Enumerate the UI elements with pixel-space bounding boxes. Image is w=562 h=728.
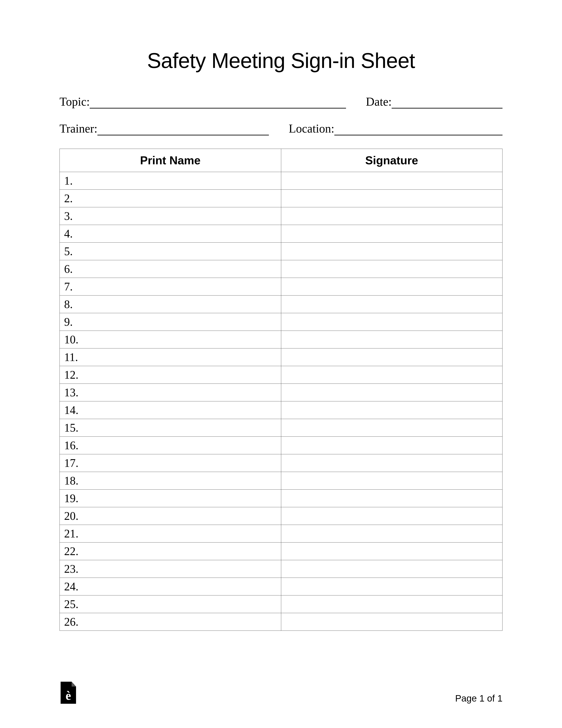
table-row: 14. bbox=[60, 401, 502, 419]
name-cell[interactable]: 25. bbox=[60, 595, 281, 613]
signature-cell[interactable] bbox=[281, 525, 502, 543]
col-header-signature: Signature bbox=[281, 149, 502, 172]
signature-cell[interactable] bbox=[281, 472, 502, 490]
name-cell[interactable]: 21. bbox=[60, 525, 281, 543]
table-row: 17. bbox=[60, 454, 502, 472]
name-cell[interactable]: 8. bbox=[60, 296, 281, 313]
name-cell[interactable]: 7. bbox=[60, 278, 281, 296]
table-row: 1. bbox=[60, 172, 502, 190]
signature-cell[interactable] bbox=[281, 278, 502, 296]
table-row: 21. bbox=[60, 525, 502, 543]
name-cell[interactable]: 17. bbox=[60, 454, 281, 472]
location-field[interactable]: Location: bbox=[289, 122, 502, 135]
page-number: Page 1 of 1 bbox=[455, 693, 502, 704]
signature-cell[interactable] bbox=[281, 437, 502, 454]
signature-cell[interactable] bbox=[281, 296, 502, 313]
table-header-row: Print Name Signature bbox=[60, 149, 502, 172]
table-row: 7. bbox=[60, 278, 502, 296]
meta-row-2: Trainer: Location: bbox=[60, 122, 502, 135]
table-row: 16. bbox=[60, 437, 502, 454]
spacer bbox=[269, 122, 289, 135]
signin-table: Print Name Signature 1.2.3.4.5.6.7.8.9.1… bbox=[60, 149, 502, 631]
topic-label: Topic: bbox=[60, 95, 90, 109]
table-row: 22. bbox=[60, 543, 502, 560]
signature-cell[interactable] bbox=[281, 190, 502, 207]
signature-cell[interactable] bbox=[281, 419, 502, 437]
signature-cell[interactable] bbox=[281, 560, 502, 578]
signature-cell[interactable] bbox=[281, 260, 502, 278]
name-cell[interactable]: 26. bbox=[60, 613, 281, 631]
signature-cell[interactable] bbox=[281, 384, 502, 401]
name-cell[interactable]: 10. bbox=[60, 331, 281, 348]
name-cell[interactable]: 16. bbox=[60, 437, 281, 454]
topic-field[interactable]: Topic: bbox=[60, 95, 346, 109]
spacer bbox=[346, 95, 366, 109]
name-cell[interactable]: 20. bbox=[60, 507, 281, 525]
name-cell[interactable]: 13. bbox=[60, 384, 281, 401]
table-row: 5. bbox=[60, 243, 502, 260]
signature-cell[interactable] bbox=[281, 331, 502, 348]
date-label: Date: bbox=[366, 95, 392, 109]
signature-cell[interactable] bbox=[281, 348, 502, 366]
signature-cell[interactable] bbox=[281, 454, 502, 472]
name-cell[interactable]: 18. bbox=[60, 472, 281, 490]
date-input-line[interactable] bbox=[392, 97, 502, 109]
table-row: 3. bbox=[60, 207, 502, 225]
signature-cell[interactable] bbox=[281, 172, 502, 190]
table-row: 12. bbox=[60, 366, 502, 384]
name-cell[interactable]: 2. bbox=[60, 190, 281, 207]
name-cell[interactable]: 22. bbox=[60, 543, 281, 560]
page-footer: è Page 1 of 1 bbox=[0, 682, 562, 704]
name-cell[interactable]: 4. bbox=[60, 225, 281, 243]
topic-input-line[interactable] bbox=[90, 97, 346, 109]
signature-cell[interactable] bbox=[281, 543, 502, 560]
name-cell[interactable]: 14. bbox=[60, 401, 281, 419]
name-cell[interactable]: 15. bbox=[60, 419, 281, 437]
table-row: 15. bbox=[60, 419, 502, 437]
table-row: 11. bbox=[60, 348, 502, 366]
name-cell[interactable]: 12. bbox=[60, 366, 281, 384]
signature-cell[interactable] bbox=[281, 595, 502, 613]
table-row: 6. bbox=[60, 260, 502, 278]
trainer-input-line[interactable] bbox=[97, 124, 269, 135]
name-cell[interactable]: 3. bbox=[60, 207, 281, 225]
table-row: 13. bbox=[60, 384, 502, 401]
document-page: Safety Meeting Sign-in Sheet Topic: Date… bbox=[0, 0, 562, 728]
table-row: 19. bbox=[60, 490, 502, 507]
signature-cell[interactable] bbox=[281, 366, 502, 384]
name-cell[interactable]: 11. bbox=[60, 348, 281, 366]
name-cell[interactable]: 23. bbox=[60, 560, 281, 578]
date-field[interactable]: Date: bbox=[366, 95, 502, 109]
signature-cell[interactable] bbox=[281, 613, 502, 631]
page-title: Safety Meeting Sign-in Sheet bbox=[60, 49, 502, 73]
trainer-field[interactable]: Trainer: bbox=[60, 122, 269, 135]
signature-cell[interactable] bbox=[281, 490, 502, 507]
brand-logo-icon: è bbox=[60, 682, 77, 704]
signature-cell[interactable] bbox=[281, 225, 502, 243]
table-row: 26. bbox=[60, 613, 502, 631]
name-cell[interactable]: 6. bbox=[60, 260, 281, 278]
svg-text:è: è bbox=[66, 689, 71, 702]
name-cell[interactable]: 9. bbox=[60, 313, 281, 331]
name-cell[interactable]: 5. bbox=[60, 243, 281, 260]
table-row: 4. bbox=[60, 225, 502, 243]
table-row: 20. bbox=[60, 507, 502, 525]
name-cell[interactable]: 1. bbox=[60, 172, 281, 190]
signature-cell[interactable] bbox=[281, 243, 502, 260]
table-row: 8. bbox=[60, 296, 502, 313]
signature-cell[interactable] bbox=[281, 207, 502, 225]
location-input-line[interactable] bbox=[334, 124, 502, 135]
location-label: Location: bbox=[289, 122, 334, 135]
table-row: 18. bbox=[60, 472, 502, 490]
signature-cell[interactable] bbox=[281, 507, 502, 525]
table-row: 9. bbox=[60, 313, 502, 331]
table-row: 23. bbox=[60, 560, 502, 578]
signature-cell[interactable] bbox=[281, 578, 502, 595]
col-header-name: Print Name bbox=[60, 149, 281, 172]
trainer-label: Trainer: bbox=[60, 122, 97, 135]
name-cell[interactable]: 19. bbox=[60, 490, 281, 507]
name-cell[interactable]: 24. bbox=[60, 578, 281, 595]
meta-row-1: Topic: Date: bbox=[60, 95, 502, 109]
signature-cell[interactable] bbox=[281, 313, 502, 331]
signature-cell[interactable] bbox=[281, 401, 502, 419]
